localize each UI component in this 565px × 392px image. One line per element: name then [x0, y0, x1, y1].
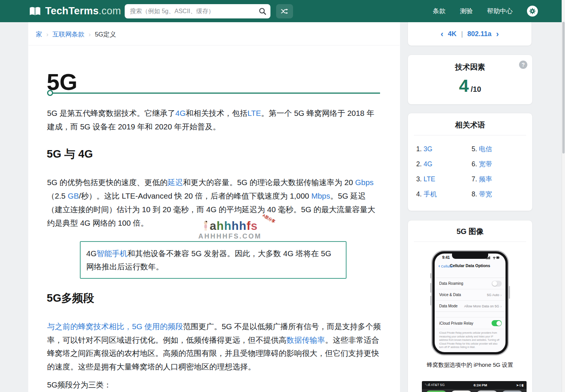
- related-link-broadband[interactable]: 宽带: [479, 160, 492, 169]
- page-scrollbar[interactable]: [562, 0, 565, 392]
- search-icon[interactable]: [258, 7, 267, 15]
- watermark-wordmark: ahhhhfs: [210, 220, 258, 232]
- list-item: 1.3G: [416, 141, 472, 156]
- chevron-right-icon: ›: [46, 31, 48, 38]
- breadcrumb-home-link[interactable]: 家: [36, 30, 42, 39]
- related-link-lte[interactable]: LTE: [424, 175, 435, 183]
- link-4g[interactable]: 4G: [176, 109, 186, 117]
- prev-term-link[interactable]: 4K: [448, 30, 457, 38]
- title-underline: [47, 90, 380, 96]
- breadcrumb-section-link[interactable]: 互联网条款: [52, 30, 84, 39]
- shuffle-icon: [281, 8, 289, 14]
- link-gb[interactable]: GB: [68, 191, 79, 200]
- app-icon: [426, 390, 447, 392]
- chevron-right-icon: ›: [500, 293, 502, 297]
- list-item: 6.宽带: [472, 156, 527, 172]
- nav-quizzes[interactable]: 测验: [460, 7, 473, 15]
- related-link-telecom[interactable]: 电信: [479, 144, 492, 153]
- list-item: 2.4G: [416, 156, 472, 172]
- bands-intro-line: 5G频段分为三类：: [47, 378, 381, 392]
- phone-row-private-relay: iCloud Private Relay: [435, 317, 505, 329]
- breadcrumb-current: 5G定义: [95, 30, 116, 39]
- bands-paragraph: 与之前的蜂窝技术相比，5G 使用的频段范围更广。5G 不是以低频广播所有信号，而…: [47, 320, 382, 373]
- chevron-right-icon: ›: [89, 31, 90, 38]
- link-frequency-bands[interactable]: 与之前的蜂窝技术相比，5G 使用的频段: [47, 322, 183, 331]
- tech-factor-card: 技术因素 ? 4 /10: [408, 55, 533, 105]
- related-terms-list: 1.3G 2.4G 3.LTE 4.手机 5.电信 6.宽带 7.频率 8.带宽: [408, 135, 532, 207]
- tech-factor-outof: /10: [471, 85, 481, 94]
- phone-row-data-mode: Data Mode Allow More Data on 5G›: [435, 300, 505, 311]
- list-item: 8.带宽: [472, 187, 527, 202]
- search-box: [125, 4, 270, 18]
- related-link-bandwidth[interactable]: 带宽: [479, 190, 492, 199]
- related-link-frequency[interactable]: 频率: [479, 175, 492, 184]
- site-logo[interactable]: TechTerms.com: [28, 0, 121, 22]
- search-input[interactable]: [125, 8, 258, 15]
- toggle-on: [492, 320, 502, 326]
- link-lte[interactable]: LTE: [247, 109, 261, 117]
- nav-terms[interactable]: 条款: [433, 7, 446, 15]
- mascot-icon: [202, 220, 209, 232]
- link-data-transfer-rate[interactable]: 数据传输率: [287, 336, 325, 344]
- site-header: TechTerms.com 条款 测验 帮助中心: [0, 0, 565, 22]
- logo-text: TechTerms.com: [45, 5, 121, 17]
- link-mbps[interactable]: Mbps: [311, 191, 330, 200]
- phone-relay-description: iCloud Private Relay prevents cellular p…: [439, 331, 501, 349]
- nav-help-center[interactable]: 帮助中心: [487, 7, 513, 15]
- underline-dot: [47, 90, 53, 96]
- watermark: ahhhhfs A股分享 AHHHHFS.COM: [189, 220, 270, 240]
- tech-factor-title: 技术因素: [408, 62, 532, 72]
- related-terms-title: 相关术语: [408, 120, 532, 130]
- related-link-4g[interactable]: 4G: [424, 160, 432, 168]
- calendar-app-icon: Sunday: [451, 390, 472, 392]
- 5g-image-card: 5G 图像 9:41 ‹ Cellular Cellular Data Opti…: [408, 220, 533, 392]
- pager-divider: |: [461, 30, 463, 38]
- link-latency[interactable]: 延迟: [168, 178, 183, 187]
- scrollbar-thumb[interactable]: [562, 22, 565, 153]
- app-icon: [502, 390, 523, 392]
- toggle-off: [492, 281, 502, 287]
- callout-quote-box: 4G智能手机和其他设备不兼容 5G 发射器。因此，大多数 4G 塔将在 5G 网…: [80, 241, 347, 279]
- iphone-homescreen-image: ␀ıll AT&T 5G 6:24 PM ➤⊙▮ Sunday: [422, 381, 527, 392]
- list-item: 3.LTE: [416, 172, 472, 187]
- image-caption: 蜂窝数据选项中的 iPhone 5G 设置: [408, 362, 532, 369]
- underline-line: [53, 93, 380, 94]
- book-icon: [28, 6, 42, 17]
- app-icon: [476, 390, 498, 392]
- phone-status-time: 9:41: [442, 255, 450, 260]
- phone-back-link: ‹ Cellular: [438, 263, 453, 269]
- card-divider: [414, 242, 526, 242]
- chevron-right-icon[interactable]: ›: [496, 31, 499, 38]
- related-link-3g[interactable]: 3G: [424, 145, 432, 153]
- list-item: 4.手机: [416, 187, 472, 202]
- section-heading-5g-vs-4g: 5G 与 4G: [47, 147, 93, 162]
- iphone-settings-image: 9:41 ‹ Cellular Cellular Data Options Da…: [431, 250, 509, 356]
- next-term-link[interactable]: 802.11a: [467, 30, 492, 38]
- random-term-button[interactable]: [276, 4, 293, 18]
- homescreen-status-icons: ➤⊙▮: [516, 383, 524, 387]
- chevron-left-icon[interactable]: ‹: [441, 31, 443, 38]
- breadcrumb: 家 › 互联网条款 › 5G定义: [36, 30, 116, 39]
- image-card-title: 5G 图像: [408, 226, 532, 237]
- top-navigation: 条款 测验 帮助中心: [433, 0, 538, 22]
- breadcrumb-divider: [29, 45, 400, 46]
- link-smartphone[interactable]: 智能手机: [96, 249, 127, 258]
- chevron-right-icon: ›: [500, 304, 502, 308]
- watermark-domain: AHHHHFS.COM: [189, 232, 270, 240]
- intro-paragraph: 5G 是第五代蜂窝数据技术。它继承了4G和相关技术，包括LTE。第一个 5G 蜂…: [47, 106, 381, 134]
- phone-row-data-roaming: Data Roaming: [435, 278, 505, 289]
- phone-row-voice-data: Voice & Data 5G Auto›: [435, 289, 505, 300]
- homescreen-carrier: ␀ıll AT&T 5G: [425, 383, 444, 387]
- link-gbps[interactable]: Gbps: [355, 178, 374, 187]
- list-item: 7.频率: [472, 172, 527, 187]
- phone-notch: [452, 254, 488, 259]
- homescreen-time: 6:24 PM: [473, 383, 487, 387]
- section-heading-5g-bands: 5G多频段: [47, 291, 94, 306]
- settings-gear-icon[interactable]: [527, 6, 538, 17]
- related-terms-card: 相关术语 1.3G 2.4G 3.LTE 4.手机 5.电信 6.宽带 7.频率…: [408, 113, 533, 211]
- list-item: 5.电信: [472, 141, 527, 156]
- help-icon[interactable]: ?: [519, 61, 527, 69]
- related-link-phone[interactable]: 手机: [424, 190, 437, 199]
- tech-factor-score: 4: [459, 75, 469, 96]
